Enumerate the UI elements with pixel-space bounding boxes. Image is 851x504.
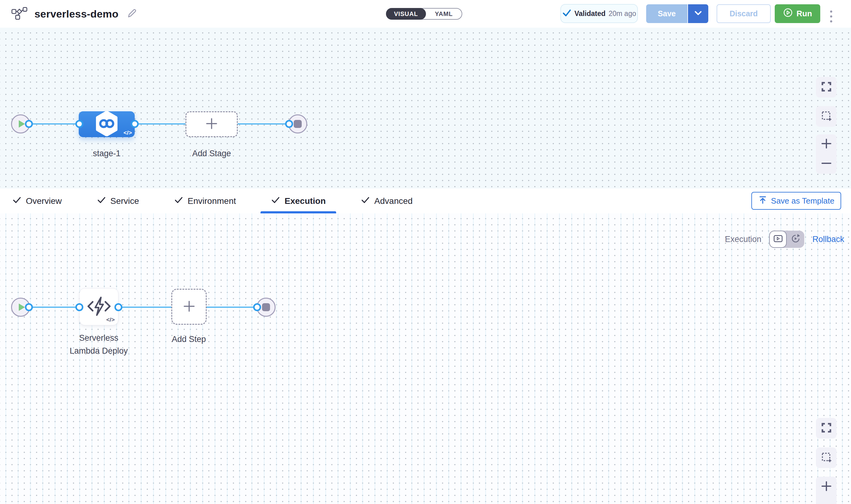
- tab-check-icon: [174, 195, 183, 206]
- stage-tabs-bar: Overview Service Environment Execution: [0, 188, 851, 213]
- run-button-label: Run: [797, 9, 812, 18]
- zoom-out-icon[interactable]: [821, 501, 832, 504]
- execution-view-icon: [773, 234, 783, 244]
- port-step-out[interactable]: [114, 303, 122, 311]
- save-button[interactable]: Save: [646, 4, 687, 23]
- active-tab-underline: [260, 211, 336, 213]
- zoom-in-icon[interactable]: [821, 481, 832, 493]
- marquee-select-button[interactable]: [816, 447, 836, 468]
- run-button[interactable]: Run: [775, 4, 820, 23]
- stage-name-label: stage-1: [76, 147, 138, 160]
- execution-canvas[interactable]: Execution: [0, 213, 851, 504]
- plus-icon: [183, 300, 195, 314]
- lambda-step-icon: [86, 296, 112, 318]
- start-play-icon: [19, 304, 25, 311]
- toggle-visual[interactable]: VISUAL: [386, 8, 426, 20]
- fit-to-screen-button[interactable]: [816, 418, 836, 438]
- rollback-view-button[interactable]: [787, 231, 804, 248]
- validated-check-icon: [562, 8, 572, 19]
- visual-yaml-toggle: VISUAL YAML: [386, 8, 462, 20]
- rollback-view-icon: [791, 234, 800, 245]
- edge-start-to-step: [29, 307, 79, 308]
- save-split-button: Save: [646, 4, 708, 23]
- zoom-controls: [816, 476, 836, 504]
- save-dropdown-button[interactable]: [687, 4, 708, 23]
- execution-rollback-toggle: [769, 231, 804, 248]
- pipeline-studio-page: serverless-demo VISUAL YAML Validated 20…: [0, 0, 851, 504]
- marquee-select-button[interactable]: [816, 106, 836, 127]
- zoom-controls: [816, 134, 836, 174]
- serverless-lambda-deploy-step[interactable]: </>: [79, 288, 119, 325]
- run-play-icon: [783, 8, 793, 20]
- edge-start-to-stage: [29, 123, 79, 125]
- stop-square-icon: [262, 303, 270, 311]
- stage-code-icon: </>: [124, 129, 132, 136]
- tab-service[interactable]: Service: [86, 188, 149, 213]
- serverless-stage-icon: [95, 111, 118, 138]
- port-step-in[interactable]: [75, 303, 83, 311]
- zoom-in-icon[interactable]: [821, 138, 832, 150]
- tab-label: Environment: [187, 196, 236, 206]
- tab-check-icon: [361, 195, 370, 206]
- edge-addstage-to-end: [238, 123, 289, 125]
- execution-view-row: Execution: [725, 231, 844, 248]
- rollback-link[interactable]: Rollback: [812, 235, 844, 244]
- tab-label: Execution: [285, 196, 326, 206]
- start-play-icon: [19, 120, 25, 128]
- stop-square-icon: [294, 120, 302, 128]
- execution-view-button[interactable]: [769, 231, 787, 248]
- tab-overview[interactable]: Overview: [2, 188, 72, 213]
- upload-icon: [758, 195, 767, 206]
- add-step-label: Add Step: [158, 333, 220, 346]
- port-stage-out[interactable]: [131, 120, 139, 128]
- tab-check-icon: [97, 195, 106, 206]
- validated-badge[interactable]: Validated 20m ago: [560, 4, 638, 23]
- fit-to-screen-button[interactable]: [816, 77, 836, 97]
- save-as-template-button[interactable]: Save as Template: [752, 192, 841, 210]
- save-as-template-label: Save as Template: [771, 196, 834, 206]
- save-chevron-icon: [694, 11, 702, 17]
- step-name-label: Serverless Lambda Deploy: [68, 331, 129, 357]
- edit-pencil-icon: [126, 8, 138, 20]
- tab-label: Advanced: [374, 196, 413, 206]
- port-start-out[interactable]: [25, 120, 33, 128]
- port-end-in[interactable]: [253, 303, 261, 311]
- zoom-out-icon[interactable]: [821, 158, 832, 170]
- validated-time: 20m ago: [609, 10, 636, 18]
- fullscreen-icon: [821, 422, 832, 434]
- kebab-menu-button[interactable]: [827, 8, 835, 25]
- tab-label: Service: [110, 196, 139, 206]
- tab-check-icon: [12, 195, 21, 206]
- add-step-button[interactable]: [171, 289, 207, 325]
- tab-check-icon: [271, 195, 280, 206]
- stage-canvas[interactable]: </> stage-1 Add Stage: [0, 28, 851, 188]
- fullscreen-icon: [821, 82, 832, 93]
- page-title: serverless-demo: [34, 8, 119, 20]
- plus-icon: [205, 118, 218, 131]
- tab-label: Overview: [26, 196, 62, 206]
- kebab-menu-icon: [830, 11, 832, 13]
- marquee-select-icon: [821, 452, 832, 464]
- edge-addstep-to-end: [207, 307, 257, 308]
- edge-step-to-addstep: [119, 307, 171, 308]
- stage-node[interactable]: </>: [79, 111, 135, 137]
- edit-title-button[interactable]: [125, 7, 139, 21]
- pipeline-icon: [11, 6, 28, 21]
- header-bar: serverless-demo VISUAL YAML Validated 20…: [0, 0, 851, 28]
- tab-advanced[interactable]: Advanced: [350, 188, 423, 213]
- add-stage-label: Add Stage: [181, 147, 242, 160]
- port-end-in[interactable]: [285, 120, 293, 128]
- marquee-select-icon: [821, 111, 832, 122]
- validated-status: Validated: [575, 10, 605, 18]
- port-stage-in[interactable]: [75, 120, 83, 128]
- discard-button[interactable]: Discard: [717, 4, 771, 23]
- toggle-yaml[interactable]: YAML: [426, 8, 461, 19]
- port-start-out[interactable]: [25, 303, 33, 311]
- edge-stage-to-addstage: [135, 123, 185, 125]
- add-stage-button[interactable]: [185, 111, 238, 137]
- step-code-icon: </>: [106, 317, 115, 323]
- tab-environment[interactable]: Environment: [164, 188, 246, 213]
- execution-section-label: Execution: [725, 235, 761, 244]
- tab-execution[interactable]: Execution: [260, 188, 336, 213]
